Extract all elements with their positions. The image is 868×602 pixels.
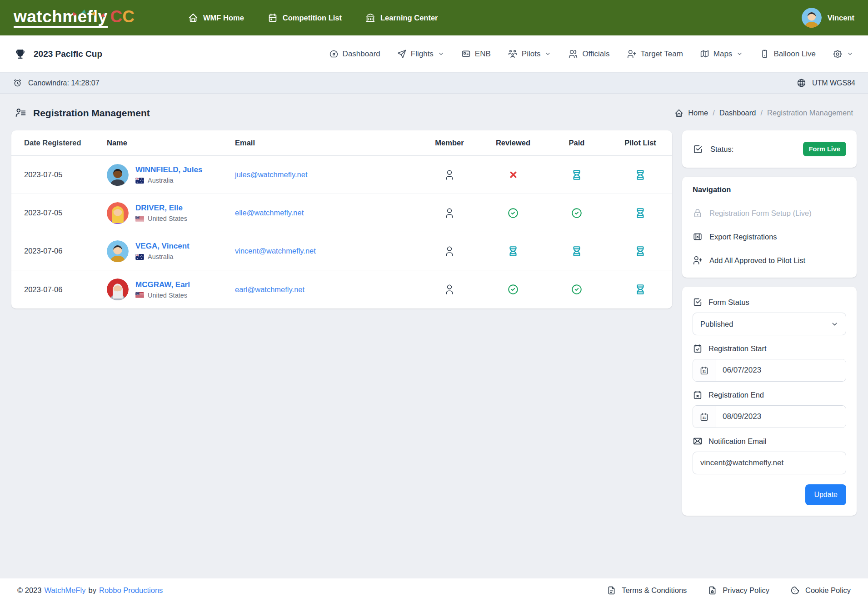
svg-text:31: 31 xyxy=(702,416,706,419)
user-name: Vincent xyxy=(828,14,854,22)
nav-wmf-home[interactable]: WMF Home xyxy=(188,13,244,23)
calendar-picker-icon[interactable]: 31 xyxy=(693,406,715,428)
comp-nav-label: Dashboard xyxy=(343,50,380,59)
status-label: Status: xyxy=(710,145,733,154)
pending-hourglass-icon[interactable] xyxy=(634,245,646,257)
terms-and-conditions-link[interactable]: Terms & Conditions xyxy=(607,586,687,595)
coordinate-system-selector[interactable]: UTM WGS84 xyxy=(797,78,855,88)
pilot-name-link[interactable]: VEGA, Vincent xyxy=(135,242,190,250)
comp-nav-label: ENB xyxy=(475,50,491,59)
pilot-country: United States xyxy=(135,215,187,222)
pilot-email-link[interactable]: earl@watchmefly.net xyxy=(235,285,304,294)
calendar-picker-icon[interactable]: 31 xyxy=(693,359,715,381)
footer-link-label: Terms & Conditions xyxy=(622,586,687,595)
nav-add-all-approved[interactable]: Add All Approved to Pilot List xyxy=(682,249,857,272)
form-status-select[interactable]: Published xyxy=(693,313,846,335)
comp-nav-settings[interactable] xyxy=(833,49,853,59)
col-header-name: Name xyxy=(107,139,230,147)
nav-learning-center[interactable]: Learning Center xyxy=(365,13,438,23)
breadcrumb-home[interactable]: Home xyxy=(688,109,708,117)
comp-nav-target-team[interactable]: Target Team xyxy=(627,49,683,59)
pilot-name-link[interactable]: DRIVER, Elle xyxy=(135,204,183,212)
user-menu[interactable]: Vincent xyxy=(802,8,854,28)
comp-nav-balloon-live[interactable]: Balloon Live xyxy=(760,49,816,59)
calendar-check-icon xyxy=(693,343,703,353)
approved-check-icon[interactable] xyxy=(571,284,583,295)
competition-name: 2023 Pacific Cup xyxy=(34,49,102,59)
rejected-cross-icon[interactable] xyxy=(509,170,518,179)
table-row: 2023-07-05 DRIVER, Elle xyxy=(11,194,672,232)
mobile-device-icon xyxy=(760,49,769,59)
watchmefly-link[interactable]: WatchMeFly xyxy=(44,586,85,595)
notification-email-input[interactable] xyxy=(693,452,846,474)
update-button[interactable]: Update xyxy=(805,484,846,505)
comp-nav-officials[interactable]: Officials xyxy=(568,49,609,59)
pilot-email-link[interactable]: jules@watchmefly.net xyxy=(235,170,308,179)
calendar-icon xyxy=(268,13,278,23)
country-name: United States xyxy=(148,215,187,222)
gear-icon xyxy=(833,49,843,59)
comp-nav-label: Maps xyxy=(713,50,733,59)
home-icon[interactable] xyxy=(674,109,683,118)
privacy-policy-link[interactable]: Privacy Policy xyxy=(708,586,769,595)
nav-registration-form-setup: Registration Form Setup (Live) xyxy=(682,201,857,225)
robbo-productions-link[interactable]: Robbo Productions xyxy=(99,586,163,595)
chevron-down-icon xyxy=(438,50,444,57)
pending-hourglass-icon[interactable] xyxy=(634,284,646,295)
breadcrumb: Home / Dashboard / Registration Manageme… xyxy=(674,109,853,118)
pending-hourglass-icon[interactable] xyxy=(571,245,583,257)
calendar-x-icon xyxy=(693,390,703,400)
svg-text:31: 31 xyxy=(702,370,706,373)
pilot-country: United States xyxy=(135,292,190,299)
form-settings-card: Form Status Published Registration Start… xyxy=(682,287,857,516)
cookie-policy-link[interactable]: Cookie Policy xyxy=(790,586,851,595)
pending-hourglass-icon[interactable] xyxy=(634,207,646,219)
table-row: 2023-07-06 MCGRAW, Earl xyxy=(11,270,672,308)
right-sidebar: Status: Form Live Navigation Registratio… xyxy=(682,130,857,516)
country-name: Australia xyxy=(148,253,173,260)
status-strip: Canowindra: 14:28:07 UTM WGS84 xyxy=(0,73,868,94)
user-plus-icon xyxy=(627,49,637,59)
registration-end-input-group: 31 xyxy=(693,405,846,428)
comp-nav-dashboard[interactable]: Dashboard xyxy=(329,49,380,59)
registration-end-date-input[interactable] xyxy=(715,406,846,428)
col-header-reviewed: Reviewed xyxy=(481,139,545,147)
approved-check-icon[interactable] xyxy=(507,207,519,219)
approved-check-icon[interactable] xyxy=(571,207,583,219)
table-row: 2023-07-05 WINNFIELD, Jules xyxy=(11,156,672,194)
nav-label: Learning Center xyxy=(380,14,438,22)
breadcrumb-dashboard[interactable]: Dashboard xyxy=(719,109,756,117)
comp-nav-enb[interactable]: ENB xyxy=(461,49,491,59)
comp-nav-flights[interactable]: Flights xyxy=(397,49,444,59)
pending-hourglass-icon[interactable] xyxy=(571,169,583,181)
registration-start-date-input[interactable] xyxy=(715,359,846,381)
pilot-email-link[interactable]: elle@watchmefly.net xyxy=(235,209,304,217)
cookie-icon xyxy=(790,586,800,595)
pending-hourglass-icon[interactable] xyxy=(634,169,646,181)
watchmefly-logo[interactable]: watchmefly CC xyxy=(14,8,135,28)
comp-nav-pilots[interactable]: Pilots xyxy=(508,49,552,59)
pending-hourglass-icon[interactable] xyxy=(507,245,519,257)
pilot-email-link[interactable]: vincent@watchmefly.net xyxy=(235,247,316,255)
nav-competition-list[interactable]: Competition List xyxy=(268,13,342,23)
date-registered: 2023-07-06 xyxy=(11,285,107,294)
logo-c2: C xyxy=(122,7,135,26)
notice-board-icon xyxy=(461,49,471,59)
country-name: United States xyxy=(148,292,187,299)
pilot-name-link[interactable]: WINNFIELD, Jules xyxy=(135,165,202,174)
pilot-country: Australia xyxy=(135,177,202,184)
approved-check-icon[interactable] xyxy=(507,284,519,295)
checkbox-icon xyxy=(693,297,703,307)
user-avatar xyxy=(802,8,822,28)
nav-export-registrations[interactable]: Export Registrations xyxy=(682,225,857,249)
map-icon xyxy=(700,49,709,59)
paper-plane-icon xyxy=(397,49,407,59)
comp-nav-label: Flights xyxy=(411,50,434,59)
page-title: Registration Management xyxy=(15,107,150,119)
nav-label: WMF Home xyxy=(203,14,244,22)
competition-nav: Dashboard Flights ENB Pilots Officials T… xyxy=(329,49,853,59)
pilot-name-link[interactable]: MCGRAW, Earl xyxy=(135,280,190,289)
comp-nav-maps[interactable]: Maps xyxy=(700,49,743,59)
nav-label: Competition List xyxy=(283,14,342,22)
spreadsheet-export-icon xyxy=(693,232,703,242)
